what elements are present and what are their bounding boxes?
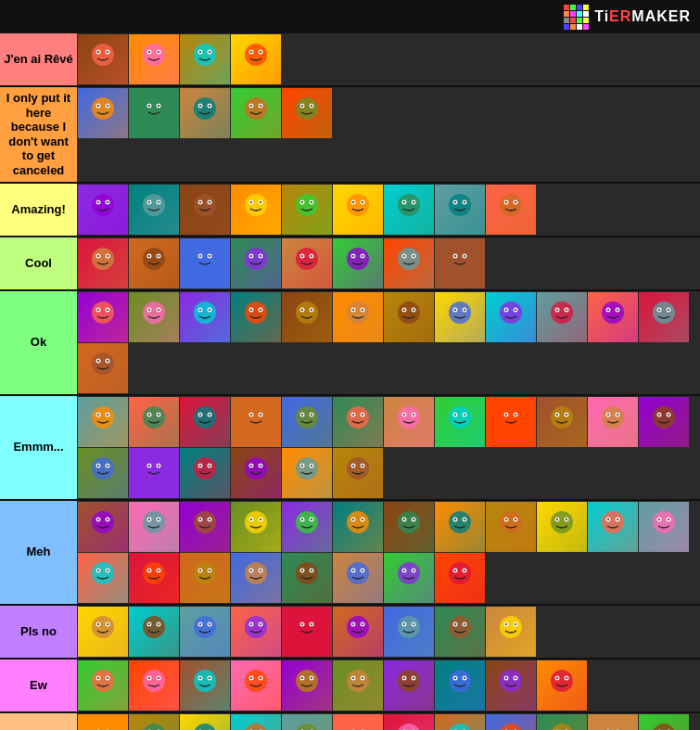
list-item[interactable]	[180, 502, 230, 552]
list-item[interactable]	[435, 660, 485, 711]
list-item[interactable]	[537, 397, 587, 447]
list-item[interactable]	[639, 397, 689, 447]
list-item[interactable]	[384, 660, 434, 711]
list-item[interactable]	[486, 397, 536, 447]
list-item[interactable]	[435, 185, 485, 235]
list-item[interactable]	[231, 292, 281, 342]
list-item[interactable]	[588, 397, 638, 447]
list-item[interactable]	[78, 292, 128, 342]
list-item[interactable]	[282, 502, 332, 552]
list-item[interactable]	[537, 714, 587, 730]
list-item[interactable]	[180, 553, 230, 603]
list-item[interactable]	[180, 185, 230, 235]
list-item[interactable]	[231, 88, 281, 138]
list-item[interactable]	[129, 502, 179, 552]
list-item[interactable]	[435, 397, 485, 447]
list-item[interactable]	[435, 714, 485, 730]
list-item[interactable]	[129, 88, 179, 138]
list-item[interactable]	[231, 34, 281, 84]
list-item[interactable]	[282, 660, 332, 711]
list-item[interactable]	[231, 714, 281, 730]
list-item[interactable]	[180, 714, 230, 730]
list-item[interactable]	[588, 292, 638, 342]
list-item[interactable]	[435, 502, 485, 552]
list-item[interactable]	[180, 397, 230, 447]
list-item[interactable]	[180, 88, 230, 138]
list-item[interactable]	[231, 238, 281, 288]
list-item[interactable]	[333, 660, 383, 711]
list-item[interactable]	[333, 185, 383, 235]
list-item[interactable]	[486, 714, 536, 730]
list-item[interactable]	[78, 343, 128, 393]
list-item[interactable]	[231, 448, 281, 498]
list-item[interactable]	[588, 502, 638, 552]
list-item[interactable]	[435, 553, 485, 603]
list-item[interactable]	[180, 238, 230, 288]
list-item[interactable]	[333, 397, 383, 447]
list-item[interactable]	[333, 607, 383, 657]
list-item[interactable]	[282, 714, 332, 730]
list-item[interactable]	[129, 660, 179, 711]
list-item[interactable]	[129, 607, 179, 657]
list-item[interactable]	[537, 660, 587, 711]
list-item[interactable]	[78, 185, 128, 235]
list-item[interactable]	[78, 714, 128, 730]
list-item[interactable]	[129, 448, 179, 498]
list-item[interactable]	[435, 607, 485, 657]
list-item[interactable]	[333, 238, 383, 288]
list-item[interactable]	[486, 607, 536, 657]
list-item[interactable]	[78, 448, 128, 498]
list-item[interactable]	[486, 292, 536, 342]
list-item[interactable]	[282, 292, 332, 342]
list-item[interactable]	[78, 502, 128, 552]
list-item[interactable]	[537, 292, 587, 342]
list-item[interactable]	[333, 292, 383, 342]
list-item[interactable]	[486, 660, 536, 711]
list-item[interactable]	[333, 714, 383, 730]
list-item[interactable]	[180, 607, 230, 657]
list-item[interactable]	[129, 34, 179, 84]
list-item[interactable]	[282, 397, 332, 447]
list-item[interactable]	[384, 238, 434, 288]
list-item[interactable]	[435, 238, 485, 288]
list-item[interactable]	[231, 607, 281, 657]
list-item[interactable]	[129, 714, 179, 730]
list-item[interactable]	[129, 185, 179, 235]
list-item[interactable]	[384, 292, 434, 342]
list-item[interactable]	[537, 502, 587, 552]
list-item[interactable]	[282, 238, 332, 288]
list-item[interactable]	[384, 185, 434, 235]
list-item[interactable]	[384, 607, 434, 657]
list-item[interactable]	[282, 88, 332, 138]
list-item[interactable]	[639, 714, 689, 730]
list-item[interactable]	[639, 292, 689, 342]
list-item[interactable]	[384, 714, 434, 730]
list-item[interactable]	[231, 185, 281, 235]
list-item[interactable]	[129, 238, 179, 288]
list-item[interactable]	[180, 448, 230, 498]
list-item[interactable]	[384, 397, 434, 447]
list-item[interactable]	[588, 714, 638, 730]
list-item[interactable]	[333, 553, 383, 603]
list-item[interactable]	[333, 448, 383, 498]
list-item[interactable]	[333, 502, 383, 552]
list-item[interactable]	[282, 607, 332, 657]
list-item[interactable]	[78, 397, 128, 447]
list-item[interactable]	[180, 292, 230, 342]
list-item[interactable]	[129, 553, 179, 603]
list-item[interactable]	[384, 502, 434, 552]
list-item[interactable]	[384, 553, 434, 603]
list-item[interactable]	[231, 397, 281, 447]
list-item[interactable]	[129, 292, 179, 342]
list-item[interactable]	[486, 185, 536, 235]
list-item[interactable]	[231, 553, 281, 603]
list-item[interactable]	[486, 502, 536, 552]
list-item[interactable]	[78, 238, 128, 288]
list-item[interactable]	[639, 502, 689, 552]
list-item[interactable]	[180, 660, 230, 711]
list-item[interactable]	[78, 660, 128, 711]
list-item[interactable]	[78, 607, 128, 657]
list-item[interactable]	[282, 448, 332, 498]
list-item[interactable]	[180, 34, 230, 84]
list-item[interactable]	[129, 397, 179, 447]
